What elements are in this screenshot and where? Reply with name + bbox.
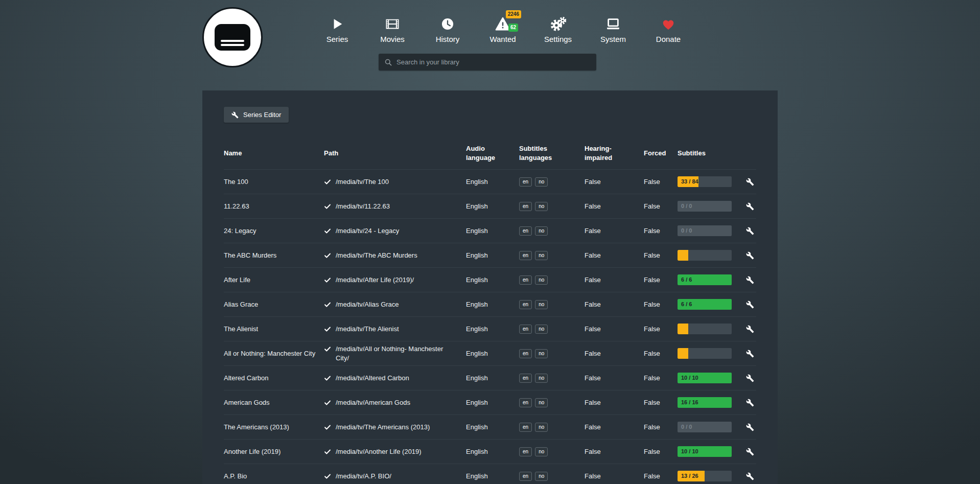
series-name[interactable]: The 100 bbox=[224, 174, 324, 190]
bazarr-app: Series Movies History bbox=[0, 0, 980, 484]
column-header-forced: Forced bbox=[644, 144, 678, 165]
series-name[interactable]: The Americans (2013) bbox=[224, 420, 324, 435]
series-name[interactable]: After Life bbox=[224, 272, 324, 288]
language-badge: no bbox=[535, 423, 548, 432]
language-badge: en bbox=[519, 423, 532, 432]
table-row[interactable]: American Gods /media/tv/American Gods En… bbox=[224, 390, 756, 414]
series-name[interactable]: A.P. Bio bbox=[224, 469, 324, 484]
audio-language: English bbox=[466, 321, 519, 337]
language-badge: no bbox=[535, 349, 548, 358]
edit-series-button[interactable] bbox=[746, 374, 754, 382]
nav-wanted[interactable]: 2246 62 Wanted bbox=[475, 16, 530, 43]
hearing-impaired: False bbox=[585, 272, 644, 288]
check-icon bbox=[324, 473, 331, 480]
forced: False bbox=[644, 469, 678, 484]
series-name[interactable]: All or Nothing: Manchester City bbox=[224, 346, 324, 361]
wrench-icon bbox=[746, 202, 754, 211]
wrench-icon bbox=[746, 251, 754, 260]
table-row[interactable]: Alias Grace /media/tv/Alias Grace Englis… bbox=[224, 292, 756, 316]
app-logo[interactable] bbox=[202, 7, 263, 67]
nav-donate-label: Donate bbox=[656, 35, 681, 43]
series-path-text: /media/tv/The ABC Murders bbox=[336, 251, 417, 260]
edit-series-button[interactable] bbox=[746, 227, 754, 235]
search-icon bbox=[384, 58, 392, 66]
nav-system-label: System bbox=[600, 35, 626, 43]
hearing-impaired: False bbox=[585, 420, 644, 435]
edit-series-button[interactable] bbox=[746, 178, 754, 186]
series-name[interactable]: Alias Grace bbox=[224, 297, 324, 312]
laptop-icon bbox=[605, 16, 621, 32]
audio-language: English bbox=[466, 395, 519, 410]
edit-series-button[interactable] bbox=[746, 472, 754, 480]
nav-system[interactable]: System bbox=[586, 16, 641, 43]
wrench-icon bbox=[746, 227, 754, 235]
check-icon bbox=[324, 203, 331, 210]
table-row[interactable]: The 100 /media/tv/The 100 English enno F… bbox=[224, 169, 756, 194]
table-row[interactable]: The ABC Murders /media/tv/The ABC Murder… bbox=[224, 243, 756, 267]
series-path-text: /media/tv/The 100 bbox=[336, 177, 389, 187]
column-header-path: Path bbox=[324, 144, 466, 165]
edit-series-button[interactable] bbox=[746, 301, 754, 309]
table-row[interactable]: After Life /media/tv/After Life (2019)/ … bbox=[224, 267, 756, 292]
edit-series-button[interactable] bbox=[746, 448, 754, 456]
language-badge: en bbox=[519, 374, 532, 383]
table-row[interactable]: 11.22.63 /media/tv/11.22.63 English enno… bbox=[224, 194, 756, 218]
series-name[interactable]: The Alienist bbox=[224, 321, 324, 337]
table-row[interactable]: A.P. Bio /media/tv/A.P. BIO/ English enn… bbox=[224, 464, 756, 484]
series-path: /media/tv/American Gods bbox=[324, 395, 466, 410]
edit-series-button[interactable] bbox=[746, 325, 754, 333]
language-badge: no bbox=[535, 447, 548, 456]
subtitles-progress-text: 16 / 16 bbox=[681, 397, 698, 408]
check-icon bbox=[324, 301, 331, 308]
search-input[interactable] bbox=[396, 54, 596, 71]
subtitles-progress-text: 0 / 0 bbox=[681, 201, 692, 212]
series-name[interactable]: 24: Legacy bbox=[224, 223, 324, 239]
header: Series Movies History bbox=[202, 0, 778, 90]
hearing-impaired: False bbox=[585, 174, 644, 190]
edit-series-button[interactable] bbox=[746, 276, 754, 284]
hearing-impaired: False bbox=[585, 395, 644, 410]
language-badge: en bbox=[519, 447, 532, 456]
main-nav: Series Movies History bbox=[310, 16, 696, 43]
language-badge: no bbox=[535, 226, 548, 236]
series-name[interactable]: 11.22.63 bbox=[224, 199, 324, 214]
table-row[interactable]: The Alienist /media/tv/The Alienist Engl… bbox=[224, 316, 756, 341]
series-name[interactable]: Altered Carbon bbox=[224, 371, 324, 386]
nav-history[interactable]: History bbox=[420, 16, 475, 43]
forced: False bbox=[644, 199, 678, 214]
series-name[interactable]: American Gods bbox=[224, 395, 324, 410]
subtitles-progress: 6 / 6 bbox=[678, 274, 732, 285]
table-row[interactable]: The Americans (2013) /media/tv/The Ameri… bbox=[224, 414, 756, 439]
series-name[interactable]: Another Life (2019) bbox=[224, 444, 324, 459]
edit-series-button[interactable] bbox=[746, 399, 754, 407]
nav-settings[interactable]: Settings bbox=[530, 16, 586, 43]
language-badge: en bbox=[519, 325, 532, 334]
table-row[interactable]: 24: Legacy /media/tv/24 - Legacy English… bbox=[224, 218, 756, 243]
wrench-icon bbox=[746, 276, 754, 284]
edit-series-button[interactable] bbox=[746, 251, 754, 260]
table-row[interactable]: Another Life (2019) /media/tv/Another Li… bbox=[224, 439, 756, 464]
series-path: /media/tv/All or Nothing- Manchester Cit… bbox=[324, 341, 466, 365]
series-name[interactable]: The ABC Murders bbox=[224, 248, 324, 263]
language-badge: no bbox=[535, 275, 548, 285]
edit-series-button[interactable] bbox=[746, 202, 754, 211]
nav-donate[interactable]: Donate bbox=[641, 16, 696, 43]
series-editor-button[interactable]: Series Editor bbox=[224, 107, 289, 123]
subtitles-progress: 16 / 16 bbox=[678, 397, 732, 408]
table-row[interactable]: All or Nothing: Manchester City /media/t… bbox=[224, 341, 756, 365]
wanted-new-badge: 62 bbox=[508, 24, 518, 32]
nav-series[interactable]: Series bbox=[310, 16, 365, 43]
table-row[interactable]: Altered Carbon /media/tv/Altered Carbon … bbox=[224, 365, 756, 390]
forced: False bbox=[644, 272, 678, 288]
language-badge: no bbox=[535, 472, 548, 481]
hearing-impaired: False bbox=[585, 321, 644, 337]
subtitles-progress-text: 13 / 26 bbox=[681, 471, 698, 481]
edit-series-button[interactable] bbox=[746, 423, 754, 431]
check-icon bbox=[324, 326, 331, 333]
nav-movies[interactable]: Movies bbox=[365, 16, 420, 43]
subtitles-progress-text: 10 / 10 bbox=[681, 373, 698, 383]
audio-language: English bbox=[466, 469, 519, 484]
series-path-text: /media/tv/11.22.63 bbox=[336, 202, 390, 211]
series-path: /media/tv/After Life (2019)/ bbox=[324, 272, 466, 288]
edit-series-button[interactable] bbox=[746, 350, 754, 358]
